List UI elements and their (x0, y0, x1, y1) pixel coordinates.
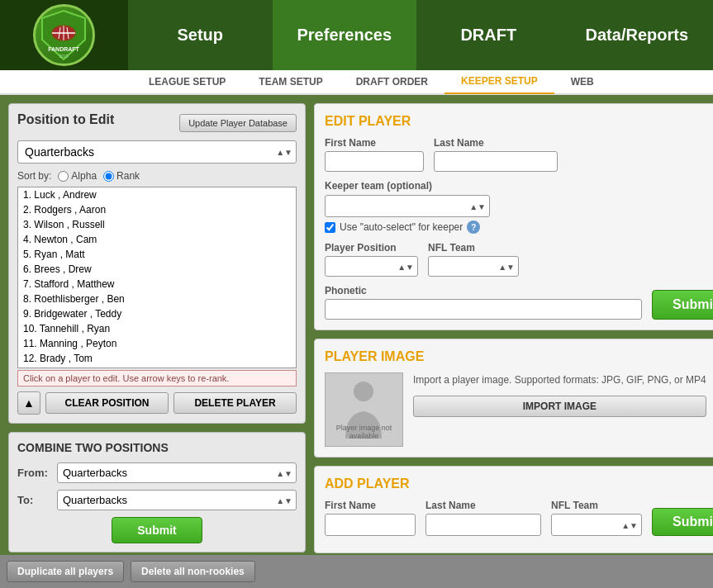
add-last-name-field: Last Name (425, 500, 541, 536)
sub-nav-keeper-setup[interactable]: KEEPER SETUP (444, 69, 554, 94)
combine-to-row: To: Quarterbacks Running Backs Wide Rece… (17, 490, 297, 510)
phonetic-field: Phonetic (325, 285, 642, 320)
combine-title: COMBINE TWO POSITIONS (17, 441, 297, 454)
list-item[interactable]: 2. Rodgers , Aaron (18, 202, 296, 217)
sort-rank-option[interactable]: Rank (103, 170, 140, 182)
combine-to-select-wrap: Quarterbacks Running Backs Wide Receiver… (57, 490, 297, 510)
svg-text:2015: 2015 (59, 54, 68, 59)
sub-nav: LEAGUE SETUP TEAM SETUP DRAFT ORDER KEEP… (0, 70, 713, 95)
add-last-name-input[interactable] (425, 514, 541, 536)
logo: FANDRAFT 2015 (33, 4, 95, 66)
combine-submit-button[interactable]: Submit (112, 517, 202, 543)
keeper-team-select[interactable] (325, 195, 490, 217)
phonetic-input[interactable] (325, 299, 642, 320)
tab-preferences[interactable]: Preferences (273, 0, 417, 70)
list-item[interactable]: 8. Roethlisberger , Ben (18, 292, 296, 306)
player-position-field: Player Position Quarterback Running Back… (325, 242, 418, 277)
list-item[interactable]: 4. Newton , Cam (18, 232, 296, 247)
sort-alpha-option[interactable]: Alpha (58, 170, 97, 182)
add-player-submit-button[interactable]: Submit (652, 508, 713, 536)
tab-draft[interactable]: DRAFT (416, 0, 561, 70)
list-item[interactable]: 3. Wilson , Russell (18, 217, 296, 232)
add-nfl-team-field: NFL Team ARIATLBALBUF CARCHICINCLE DALDE… (551, 500, 642, 536)
position-title: Position to Edit (17, 112, 114, 127)
sort-alpha-radio[interactable] (58, 171, 69, 182)
last-name-field: Last Name (434, 137, 558, 172)
duplicate-all-players-button[interactable]: Duplicate all players (7, 561, 124, 582)
list-item[interactable]: 10. Tannehill , Ryan (18, 321, 296, 336)
position-select[interactable]: Quarterbacks Running Backs Wide Receiver… (17, 140, 297, 164)
import-image-button[interactable]: IMPORT IMAGE (413, 396, 706, 417)
phonetic-submit-row: Phonetic Submit (325, 285, 713, 320)
keeper-row: Keeper team (optional) ▲▼ Use "auto-sele… (325, 180, 713, 234)
sort-rank-radio[interactable] (103, 171, 114, 182)
header: FANDRAFT 2015 Setup Preferences DRAFT Da… (0, 0, 713, 70)
list-item[interactable]: 1. Luck , Andrew (18, 187, 296, 202)
first-name-field: First Name (325, 137, 424, 172)
player-image-content: Player image not available Import a play… (325, 372, 713, 447)
player-image-box: PLAYER IMAGE Player image not available … (314, 339, 713, 458)
left-panel: Position to Edit Update Player Database … (8, 103, 306, 547)
tab-data-reports[interactable]: Data/Reports (561, 0, 713, 70)
player-list-wrap: 1. Luck , Andrew2. Rodgers , Aaron3. Wil… (17, 187, 297, 386)
delete-non-rookies-button[interactable]: Delete all non-rookies (131, 561, 255, 582)
auto-select-row: Use "auto-select" for keeper ? (325, 220, 713, 234)
list-item[interactable]: 9. Bridgewater , Teddy (18, 306, 296, 321)
bottom-bar: Duplicate all players Delete all non-roo… (0, 555, 713, 588)
svg-point-8 (354, 382, 373, 401)
sub-nav-web[interactable]: WEB (554, 69, 611, 94)
sub-nav-league-setup[interactable]: LEAGUE SETUP (132, 69, 242, 94)
position-box: Position to Edit Update Player Database … (8, 103, 306, 424)
combine-from-select-wrap: Quarterbacks Running Backs Wide Receiver… (57, 462, 297, 483)
list-hint: Click on a player to edit. Use arrow key… (17, 370, 297, 386)
list-item[interactable]: 13. Romo , Tony (18, 366, 296, 368)
update-player-db-button[interactable]: Update Player Database (179, 114, 297, 132)
nfl-team-select[interactable]: ARIATLBALBUF CARCHICINCLE DALDENDETGB HO… (428, 256, 519, 277)
add-player-box: ADD PLAYER First Name Last Name NFL Team… (314, 466, 713, 553)
player-not-avail-text: Player image not available (326, 422, 402, 442)
import-info: Import a player image. Supported formats… (413, 372, 706, 387)
player-image-right: Import a player image. Supported formats… (413, 372, 706, 417)
list-item[interactable]: 11. Manning , Peyton (18, 336, 296, 351)
position-select-wrap: Quarterbacks Running Backs Wide Receiver… (17, 140, 297, 164)
auto-select-checkbox[interactable] (325, 222, 335, 233)
clear-position-button[interactable]: CLEAR POSITION (45, 392, 169, 414)
edit-player-submit-button[interactable]: Submit (652, 290, 713, 320)
logo-area: FANDRAFT 2015 (0, 0, 128, 70)
auto-select-info-icon: ? (467, 220, 480, 234)
list-item[interactable]: 7. Stafford , Matthew (18, 277, 296, 292)
player-image-placeholder: Player image not available (325, 372, 403, 447)
player-position-select-wrap: Quarterback Running Back Wide Receiver T… (325, 256, 418, 277)
add-first-name-input[interactable] (325, 514, 416, 536)
right-panel: EDIT PLAYER First Name Last Name Keeper … (314, 103, 713, 547)
add-first-name-field: First Name (325, 500, 416, 536)
list-item[interactable]: 5. Ryan , Matt (18, 247, 296, 262)
keeper-select-wrap: ▲▼ (325, 195, 490, 217)
nfl-team-field: NFL Team ARIATLBALBUF CARCHICINCLE DALDE… (428, 242, 519, 277)
edit-player-title: EDIT PLAYER (325, 114, 713, 129)
add-player-title: ADD PLAYER (325, 477, 713, 491)
player-list[interactable]: 1. Luck , Andrew2. Rodgers , Aaron3. Wil… (17, 187, 297, 368)
tab-setup[interactable]: Setup (128, 0, 273, 70)
list-item[interactable]: 12. Brady , Tom (18, 351, 296, 366)
sub-nav-draft-order[interactable]: DRAFT ORDER (340, 69, 444, 94)
position-nfl-row: Player Position Quarterback Running Back… (325, 242, 713, 277)
combine-from-select[interactable]: Quarterbacks Running Backs Wide Receiver… (57, 462, 297, 483)
edit-player-box: EDIT PLAYER First Name Last Name Keeper … (314, 103, 713, 330)
position-header: Position to Edit Update Player Database (17, 112, 297, 134)
first-name-input[interactable] (325, 151, 424, 172)
list-item[interactable]: 6. Brees , Drew (18, 262, 296, 277)
sort-row: Sort by: Alpha Rank (17, 170, 297, 182)
svg-text:FANDRAFT: FANDRAFT (48, 46, 79, 52)
nav-tabs: Setup Preferences DRAFT Data/Reports (128, 0, 713, 70)
combine-to-select[interactable]: Quarterbacks Running Backs Wide Receiver… (57, 490, 297, 510)
name-row: First Name Last Name (325, 137, 713, 172)
nfl-team-select-wrap: ARIATLBALBUF CARCHICINCLE DALDENDETGB HO… (428, 256, 519, 277)
delete-player-button[interactable]: DELETE PLAYER (173, 392, 297, 414)
sub-nav-team-setup[interactable]: TEAM SETUP (242, 69, 339, 94)
add-nfl-team-select[interactable]: ARIATLBALBUF CARCHICINCLE DALDENDETGB HO… (551, 514, 642, 536)
last-name-input[interactable] (434, 151, 558, 172)
pos-actions: ▲ CLEAR POSITION DELETE PLAYER (17, 391, 297, 415)
player-position-select[interactable]: Quarterback Running Back Wide Receiver T… (325, 256, 418, 277)
move-up-icon[interactable]: ▲ (17, 391, 40, 415)
